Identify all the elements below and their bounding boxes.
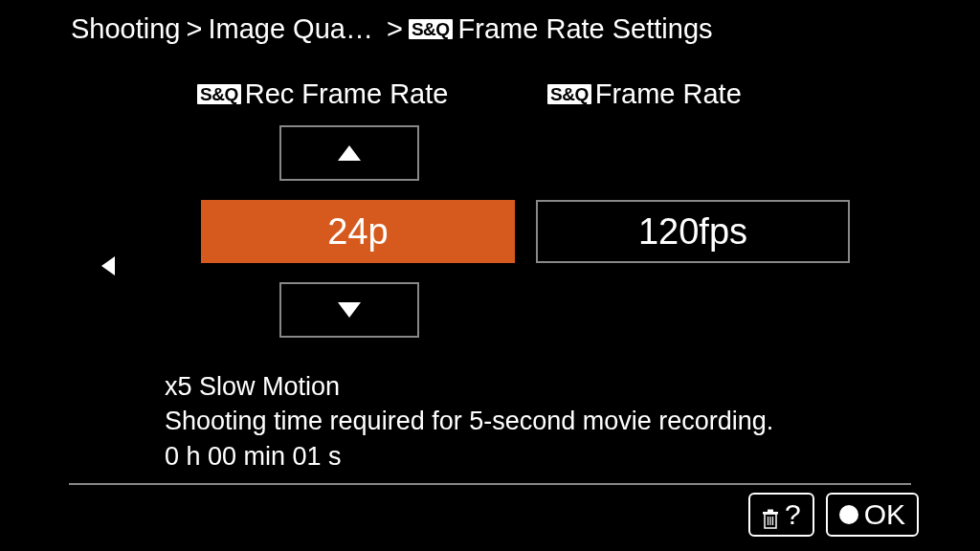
rec-frame-rate-label: Rec Frame Rate xyxy=(245,78,449,110)
help-label: ? xyxy=(785,498,801,531)
ok-button[interactable]: OK xyxy=(826,493,919,537)
breadcrumb-item-shooting[interactable]: Shooting xyxy=(71,13,181,45)
breadcrumb: Shooting > Image Qua… > S&Q Frame Rate S… xyxy=(71,13,713,45)
footer-buttons: ? OK xyxy=(748,493,919,537)
frame-rate-value[interactable]: 120fps xyxy=(536,200,850,263)
decrement-button[interactable] xyxy=(279,282,419,338)
chevron-right-icon: > xyxy=(187,13,203,45)
shooting-time-description: Shooting time required for 5-second movi… xyxy=(165,404,773,438)
nav-left-button[interactable] xyxy=(101,256,115,276)
sq-badge-icon: S&Q xyxy=(409,19,453,39)
breadcrumb-item-image-quality[interactable]: Image Qua… xyxy=(208,13,372,45)
sq-badge-icon: S&Q xyxy=(197,84,241,104)
rec-frame-rate-value[interactable]: 24p xyxy=(201,200,515,263)
triangle-left-icon xyxy=(101,256,115,276)
svg-rect-2 xyxy=(768,510,773,513)
circle-icon xyxy=(839,505,858,524)
chevron-right-icon: > xyxy=(379,13,403,45)
help-button[interactable]: ? xyxy=(748,493,814,537)
divider xyxy=(69,483,911,485)
rec-frame-rate-header: S&Q Rec Frame Rate xyxy=(197,78,448,110)
rec-frame-rate-text: 24p xyxy=(327,211,388,253)
frame-rate-text: 120fps xyxy=(638,211,747,253)
triangle-up-icon xyxy=(338,145,361,161)
ok-label: OK xyxy=(864,498,905,531)
svg-rect-1 xyxy=(763,512,778,515)
increment-button[interactable] xyxy=(279,125,419,181)
shooting-time-value: 0 h 00 min 01 s xyxy=(165,439,773,474)
trash-icon xyxy=(762,504,779,525)
frame-rate-label: Frame Rate xyxy=(595,78,742,110)
triangle-down-icon xyxy=(338,302,361,318)
breadcrumb-item-frame-rate: Frame Rate Settings xyxy=(458,13,713,45)
sq-badge-icon: S&Q xyxy=(547,84,591,104)
info-text: x5 Slow Motion Shooting time required fo… xyxy=(165,369,773,474)
frame-rate-header: S&Q Frame Rate xyxy=(547,78,742,110)
slow-motion-label: x5 Slow Motion xyxy=(165,369,773,404)
